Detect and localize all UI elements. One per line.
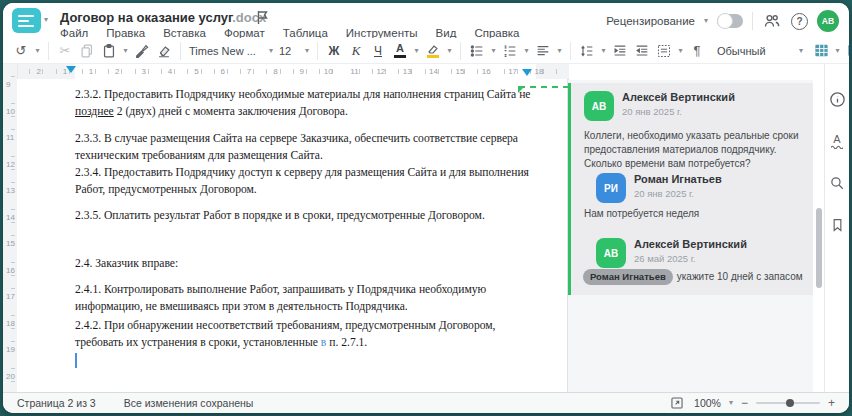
document-title: Договор на оказание услуг.docx: [60, 10, 266, 25]
paragraph-2-3-3[interactable]: 2.3.3. В случае размещения Сайта на серв…: [75, 130, 539, 165]
increase-indent-button[interactable]: [632, 41, 652, 61]
spellcheck-icon[interactable]: А: [828, 132, 846, 150]
comment-date: 20 янв 2025 г.: [634, 188, 694, 199]
insert-table-button[interactable]: [811, 41, 831, 61]
bullet-list-caret-icon[interactable]: ▾: [489, 47, 498, 55]
avatar: АВ: [584, 91, 614, 121]
commented-word[interactable]: позднее: [75, 105, 114, 118]
italic-button[interactable]: К: [346, 41, 366, 61]
zoom-controls: 100% ▾ − +: [668, 394, 835, 412]
bold-button[interactable]: Ж: [324, 41, 344, 61]
clear-style-button[interactable]: [154, 41, 174, 61]
comment-text: Нам потребуется неделя: [584, 207, 804, 221]
scrollbar[interactable]: [815, 80, 823, 392]
paragraph-2-3-5[interactable]: 2.3.5. Оплатить результат Работ в порядк…: [75, 207, 539, 224]
comment-date: 20 янв 2025 г.: [622, 106, 682, 117]
review-caret-icon[interactable]: ▾: [704, 17, 708, 25]
decrease-indent-button[interactable]: [610, 41, 630, 61]
nonprinting-chars-button[interactable]: ¶: [687, 41, 707, 61]
zoom-level[interactable]: 100%: [694, 397, 721, 409]
comment-author: Алексей Вертинский: [634, 238, 747, 250]
numbered-list-caret-icon[interactable]: ▾: [522, 47, 531, 55]
status-bar: Страница 2 из 3 Все изменения сохранены …: [3, 392, 849, 413]
comment-text: Коллеги, необходимо указать реальные сро…: [584, 129, 804, 171]
info-icon[interactable]: [828, 90, 846, 108]
line-spacing-caret-icon[interactable]: ▾: [599, 47, 608, 55]
cut-button[interactable]: ✂: [55, 41, 75, 61]
review-mode-label[interactable]: Рецензирование: [606, 15, 695, 27]
highlight-button[interactable]: [423, 41, 443, 61]
comment-thread-accent: [568, 83, 571, 295]
page-indicator[interactable]: Страница 2 из 3: [17, 397, 96, 409]
paragraph-style-select[interactable]: Обычный▾: [715, 45, 805, 57]
paragraph-borders-caret-icon[interactable]: ▾: [676, 47, 685, 55]
right-sidebar: А: [824, 64, 849, 392]
undo-button[interactable]: ↺: [11, 41, 31, 61]
paste-caret-icon[interactable]: ▾: [121, 47, 130, 55]
font-color-caret-icon[interactable]: ▾: [412, 47, 421, 55]
app-logo-icon[interactable]: [12, 8, 41, 33]
font-name-caret-icon[interactable]: ▾: [269, 47, 273, 55]
zoom-caret-icon[interactable]: ▾: [729, 399, 733, 407]
comment-connector-line: [519, 86, 569, 88]
user-avatar[interactable]: АВ: [817, 10, 839, 32]
paragraph-2-4-2[interactable]: 2.4.2. При обнаружении несоответствий тр…: [75, 317, 539, 352]
zoom-slider[interactable]: [756, 402, 820, 404]
text-cursor: [75, 353, 77, 368]
comment-author: Алексей Вертинский: [622, 91, 735, 103]
insert-table-caret-icon[interactable]: ▾: [833, 47, 842, 55]
style-caret-icon[interactable]: ▾: [799, 47, 803, 55]
paste-button[interactable]: [99, 41, 119, 61]
paragraph-borders-button[interactable]: [654, 41, 674, 61]
zoom-out-button[interactable]: −: [741, 396, 748, 410]
search-icon[interactable]: [828, 174, 846, 192]
paragraph-2-4[interactable]: 2.4. Заказчик вправе:: [75, 255, 539, 272]
paragraph-2-3-2[interactable]: 2.3.2. Предоставить Подрядчику необходим…: [75, 86, 539, 121]
comment-author: Роман Игнатьев: [634, 173, 722, 185]
vertical-ruler[interactable]: 91011121314151617181920: [3, 64, 18, 392]
indent-marker-left[interactable]: [66, 66, 76, 78]
line-spacing-button[interactable]: [577, 41, 597, 61]
font-size-select[interactable]: 12▾: [277, 45, 311, 57]
divider: [48, 42, 49, 60]
font-color-button[interactable]: А: [390, 41, 410, 61]
comments-panel: АВ Алексей Вертинский 20 янв 2025 г. Кол…: [568, 80, 813, 392]
screen: ▾ Договор на оказание услуг.docx Файл Пр…: [0, 0, 852, 416]
editor-window: ▾ Договор на оказание услуг.docx Файл Пр…: [3, 3, 849, 413]
paragraph-2-4-1[interactable]: 2.4.1. Контролировать выполнение Работ, …: [75, 281, 539, 316]
divider: [570, 42, 571, 60]
mention-chip[interactable]: Роман Игнатьев: [583, 269, 673, 285]
collaboration-icon[interactable]: [762, 11, 782, 31]
align-button[interactable]: [533, 41, 553, 61]
logo-caret-icon[interactable]: ▾: [44, 16, 48, 24]
divider: [460, 42, 461, 60]
copy-button[interactable]: [77, 41, 97, 61]
divider: [180, 42, 181, 60]
zoom-in-button[interactable]: +: [828, 396, 835, 410]
zoom-slider-handle[interactable]: [786, 399, 794, 407]
save-status: Все изменения сохранены: [124, 397, 254, 409]
comment-text: Роман Игнатьевукажите 10 дней с запасом: [583, 269, 803, 285]
help-icon[interactable]: ?: [791, 13, 808, 30]
insert-image-button[interactable]: [844, 41, 849, 61]
divider: [752, 12, 753, 30]
document-page[interactable]: 2.3.2. Предоставить Подрядчику необходим…: [17, 79, 568, 392]
fit-page-icon[interactable]: [668, 394, 686, 412]
bullet-list-button[interactable]: [467, 41, 487, 61]
paragraph-2-3-4[interactable]: 2.3.4. Предоставить Подрядчику доступ к …: [75, 164, 539, 199]
horizontal-ruler[interactable]: 12 123456789101112131415161718: [17, 64, 569, 80]
divider: [317, 42, 318, 60]
highlight-caret-icon[interactable]: ▾: [445, 47, 454, 55]
undo-caret-icon[interactable]: ▾: [33, 47, 42, 55]
avatar: РИ: [596, 173, 626, 203]
font-name-select[interactable]: Times New ...▾: [187, 45, 275, 57]
underline-button[interactable]: Ч: [368, 41, 388, 61]
numbered-list-button[interactable]: [500, 41, 520, 61]
comment-date: 26 май 2025 г.: [634, 253, 696, 264]
font-size-caret-icon[interactable]: ▾: [305, 47, 309, 55]
align-caret-icon[interactable]: ▾: [555, 47, 564, 55]
format-painter-button[interactable]: [132, 41, 152, 61]
review-toggle[interactable]: [717, 14, 743, 28]
scrollbar-thumb[interactable]: [816, 208, 822, 288]
bookmark-icon[interactable]: [828, 216, 846, 234]
